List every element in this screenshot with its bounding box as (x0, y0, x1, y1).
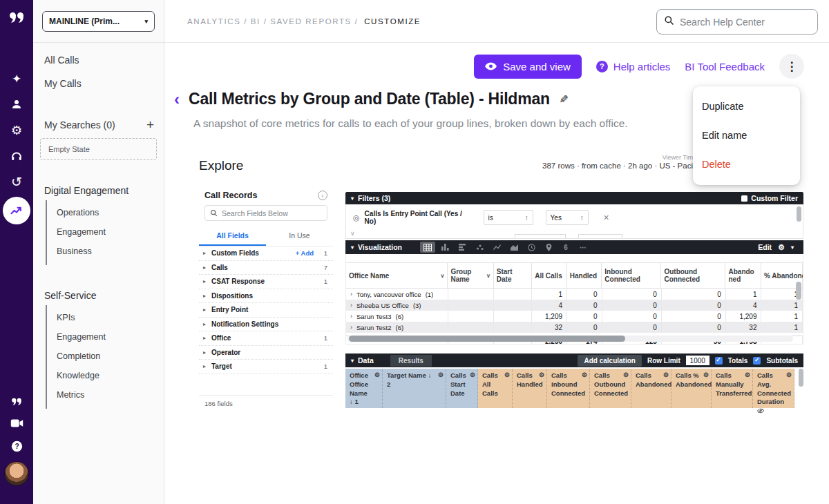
sidebar-item-kpis[interactable]: KPIs (57, 308, 164, 327)
field-chip-inbound-connected[interactable]: ⚙Calls Inbound Connected (547, 369, 590, 408)
field-group-dispositions[interactable]: ▸ Dispositions (199, 289, 333, 304)
field-group-csat[interactable]: ▸ CSAT Response 1 (199, 275, 333, 289)
viz-more-icon[interactable]: ⋯ (575, 242, 591, 253)
field-chip-handled[interactable]: ⚙Calls Handled (513, 369, 547, 408)
filters-bar[interactable]: ▾ Filters (3) Custom Filter (345, 192, 803, 204)
viz-edit-button[interactable]: Edit (758, 243, 772, 251)
gear-icon[interactable]: ⚙ (374, 371, 380, 379)
field-chip-outbound-connected[interactable]: ⚙Calls Outbound Connected (590, 369, 631, 408)
fields-search-input[interactable] (222, 209, 312, 217)
gear-icon[interactable]: ⚙ (786, 371, 792, 379)
subtotals-checkbox[interactable] (753, 357, 761, 365)
column-header-office-name[interactable]: Office Name ∨ (346, 263, 448, 288)
field-group-notification-settings[interactable]: ▸ Notification Settings (199, 318, 333, 332)
add-calculation-button[interactable]: Add calculation (578, 355, 641, 367)
tab-all-fields[interactable]: All Fields (199, 228, 266, 246)
gear-icon[interactable]: ⚙ (539, 371, 544, 379)
dialpad-logo-icon[interactable] (0, 10, 33, 25)
workspace-selector[interactable]: MAINLINE (Prim... ▾ (42, 11, 155, 32)
help-icon[interactable]: ? (0, 440, 33, 452)
sidebar-item-completion[interactable]: Completion (57, 347, 164, 366)
breadcrumb-path[interactable]: ANALYTICS / BI / SAVED REPORTS / (187, 17, 358, 26)
edit-title-icon[interactable]: ✎ (557, 95, 570, 104)
field-chip-target-name[interactable]: ⚙Target Name ↓ 2 (383, 369, 446, 408)
field-chip-manually-transferred[interactable]: ⚙Calls Manually Transferred (712, 369, 753, 408)
save-and-view-button[interactable]: Save and view (474, 55, 582, 79)
help-center-search[interactable] (656, 9, 818, 35)
field-group-entry-point[interactable]: ▸ Entry Point (199, 303, 333, 318)
column-header-all-calls[interactable]: All Calls (532, 263, 567, 288)
menu-item-duplicate[interactable]: Duplicate (693, 92, 800, 121)
filter-operator-select[interactable]: is ↕ (484, 210, 533, 225)
contacts-icon[interactable] (0, 98, 33, 110)
field-chip-pct-abandoned[interactable]: ⚙Calls % Abandoned (671, 369, 712, 408)
sidebar-item-engagement[interactable]: Engagement (57, 222, 164, 242)
viz-settings-gear-icon[interactable]: ⚙ (778, 243, 785, 252)
custom-filter-checkbox[interactable] (741, 195, 747, 202)
menu-item-edit-name[interactable]: Edit name (693, 121, 800, 150)
viz-bar-icon[interactable] (455, 242, 470, 253)
gear-icon[interactable]: ⚙ (703, 371, 709, 379)
expand-row-icon[interactable]: › (350, 291, 352, 298)
analytics-nav-active[interactable] (3, 197, 30, 224)
add-search-button[interactable]: + (146, 117, 154, 133)
horizontal-scrollbar[interactable] (347, 336, 793, 342)
field-chip-start-date[interactable]: ⚙Calls Start Date (446, 369, 478, 408)
field-group-office[interactable]: ▸ Office 1 (199, 331, 333, 346)
chevron-down-icon[interactable]: ∨ (486, 273, 490, 279)
meetings-video-icon[interactable] (0, 418, 33, 428)
chevron-down-icon[interactable]: ∨ (441, 273, 445, 279)
gear-icon[interactable]: ⚙ (663, 371, 669, 379)
field-chip-all-calls[interactable]: ⚙Calls All Calls (478, 369, 513, 408)
dialpad-app-icon[interactable] (0, 396, 33, 407)
fields-search-box[interactable] (204, 205, 327, 221)
horizontal-scrollbar-thumb[interactable] (349, 336, 625, 342)
sidebar-item-business[interactable]: Business (57, 242, 164, 261)
viz-line-icon[interactable] (489, 242, 504, 253)
vertical-scrollbar-thumb[interactable] (796, 282, 801, 300)
remove-filter-icon[interactable]: × (604, 212, 609, 223)
history-icon[interactable]: ↺ (0, 175, 33, 188)
viz-single-value-icon[interactable]: 6 (558, 242, 573, 253)
user-avatar[interactable] (4, 461, 29, 486)
sidebar-item-knowledge[interactable]: Knowledge (57, 366, 164, 385)
settings-gear-icon[interactable]: ⚙ (0, 124, 33, 137)
filter-value-select[interactable]: Yes ↕ (546, 210, 589, 225)
sidebar-item-operations[interactable]: Operations (57, 203, 164, 222)
sidebar-item-my-calls[interactable]: My Calls (33, 72, 164, 95)
expand-row-icon[interactable]: › (350, 302, 352, 309)
results-tab[interactable]: Results (390, 355, 432, 367)
totals-checkbox[interactable] (715, 357, 723, 365)
chips-scrollbar-thumb[interactable] (799, 369, 803, 387)
column-header-group-name[interactable]: Group Name ∨ (448, 263, 493, 288)
column-header-inbound-connected[interactable]: Inbound Connected (602, 263, 661, 288)
field-group-target[interactable]: ▸ Target 1 (199, 360, 333, 374)
add-custom-field-button[interactable]: + Add (296, 249, 314, 257)
field-group-calls[interactable]: ▸ Calls 7 (199, 261, 333, 275)
viz-scatter-icon[interactable] (472, 242, 487, 253)
sidebar-item-metrics[interactable]: Metrics (57, 385, 164, 405)
viz-map-icon[interactable] (541, 242, 556, 253)
help-articles-link[interactable]: ? Help articles (596, 61, 671, 72)
ai-sparkles-icon[interactable]: ✦ (0, 73, 33, 85)
viz-column-icon[interactable] (437, 242, 452, 253)
menu-item-delete[interactable]: Delete (693, 150, 800, 179)
field-chip-office-name[interactable]: ⚙Office Office Name ↓ 1 (345, 369, 383, 408)
viz-area-icon[interactable] (506, 242, 522, 253)
column-header-handled[interactable]: Handled (567, 263, 602, 288)
viz-timeline-icon[interactable] (524, 242, 539, 253)
gear-icon[interactable]: ⚙ (470, 371, 475, 379)
filters-scrollbar-thumb[interactable] (797, 206, 801, 222)
headset-icon[interactable] (0, 150, 33, 162)
gear-icon[interactable]: ⚙ (582, 371, 587, 379)
overflow-menu-button[interactable]: ⋮ (779, 54, 804, 79)
column-header-abandoned[interactable]: Abandoned (725, 263, 761, 288)
gear-icon[interactable]: ⚙ (745, 371, 750, 379)
sidebar-item-ss-engagement[interactable]: Engagement (57, 327, 164, 347)
field-chip-abandoned[interactable]: ⚙Calls Abandoned (631, 369, 671, 408)
help-search-input[interactable] (680, 17, 797, 28)
bi-tool-feedback-link[interactable]: BI Tool Feedback (685, 61, 765, 72)
row-limit-input[interactable] (686, 356, 709, 365)
tab-in-use[interactable]: In Use (266, 228, 333, 246)
column-header-start-date[interactable]: Start Date (494, 263, 532, 288)
